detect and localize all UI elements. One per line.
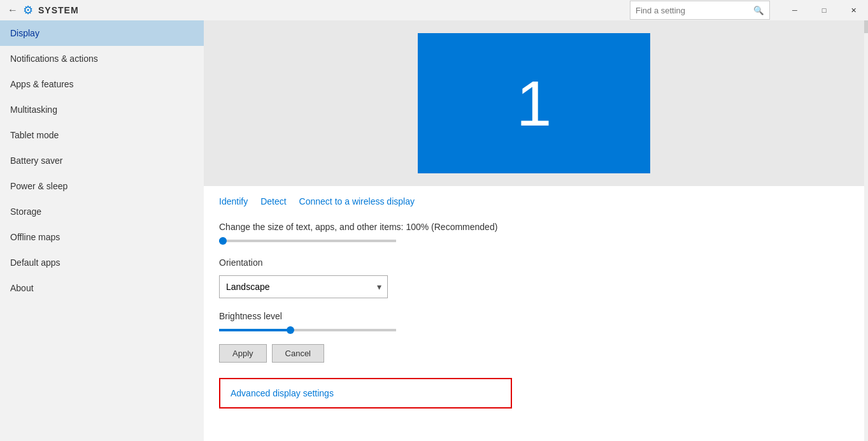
advanced-settings-box: Advanced display settings (219, 378, 512, 408)
brightness-track (219, 329, 396, 331)
window-controls: ─ □ ✕ (780, 0, 868, 20)
text-size-label: Change the size of text, apps, and other… (219, 222, 849, 232)
cancel-button[interactable]: Cancel (272, 344, 324, 363)
back-icon: ← (8, 4, 18, 16)
orientation-label: Orientation (219, 257, 849, 268)
sidebar-label-default: Default apps (10, 257, 60, 268)
sidebar-item-tablet[interactable]: Tablet mode (0, 122, 204, 148)
minimize-button[interactable]: ─ (780, 0, 809, 20)
sidebar-item-battery[interactable]: Battery saver (0, 148, 204, 173)
gear-icon: ⚙ (23, 3, 33, 17)
orientation-select-wrapper[interactable]: Landscape Portrait Landscape (flipped) P… (219, 275, 388, 298)
text-size-track (219, 240, 396, 242)
text-size-section: Change the size of text, apps, and other… (219, 222, 849, 242)
identify-link[interactable]: Identify (219, 196, 248, 206)
sidebar-label-display: Display (10, 28, 39, 38)
content-area: Display Notifications & actions Apps & f… (0, 20, 868, 441)
scrollbar-right[interactable] (864, 20, 868, 441)
sidebar-label-tablet: Tablet mode (10, 130, 59, 140)
brightness-label: Brightness level (219, 311, 849, 321)
sidebar-item-display[interactable]: Display (0, 20, 204, 46)
sidebar-label-multitasking: Multitasking (10, 105, 57, 115)
monitor-number: 1 (516, 67, 552, 140)
sidebar-label-apps: Apps & features (10, 79, 74, 89)
sidebar-item-offline[interactable]: Offline maps (0, 224, 204, 250)
sidebar-item-default[interactable]: Default apps (0, 250, 204, 275)
advanced-display-link[interactable]: Advanced display settings (231, 388, 334, 398)
brightness-fill (219, 329, 290, 331)
titlebar: ← ⚙ SYSTEM 🔍 ─ □ ✕ (0, 0, 868, 20)
text-size-thumb[interactable] (219, 237, 227, 245)
display-preview: 1 (204, 20, 864, 186)
scrollbar-thumb (864, 20, 868, 33)
sidebar-label-battery: Battery saver (10, 155, 62, 166)
sidebar-item-power[interactable]: Power & sleep (0, 173, 204, 199)
monitor-box: 1 (418, 33, 650, 173)
sidebar-item-notifications[interactable]: Notifications & actions (0, 46, 204, 71)
main-content: 1 Identify Detect Connect to a wireless … (204, 20, 864, 441)
apply-button[interactable]: Apply (219, 344, 267, 363)
sidebar-label-offline: Offline maps (10, 232, 60, 242)
system-header: ← ⚙ SYSTEM (0, 0, 87, 22)
sidebar-item-multitasking[interactable]: Multitasking (0, 97, 204, 122)
orientation-section: Orientation Landscape Portrait Landscape… (219, 257, 849, 298)
sidebar-item-storage[interactable]: Storage (0, 199, 204, 224)
search-box[interactable]: 🔍 (630, 1, 770, 20)
close-button[interactable]: ✕ (839, 0, 868, 20)
button-row: Apply Cancel (219, 344, 849, 363)
orientation-select[interactable]: Landscape Portrait Landscape (flipped) P… (219, 275, 388, 298)
link-row: Identify Detect Connect to a wireless di… (219, 196, 849, 206)
sidebar-item-about[interactable]: About (0, 275, 204, 301)
settings-section: Identify Detect Connect to a wireless di… (204, 186, 864, 419)
brightness-section: Brightness level (219, 311, 849, 331)
search-button[interactable]: 🔍 (748, 6, 769, 15)
back-button[interactable]: ← (8, 4, 18, 16)
system-title-label: SYSTEM (38, 5, 79, 15)
search-input[interactable] (630, 6, 748, 15)
app-window: ← ⚙ SYSTEM 🔍 ─ □ ✕ Display (0, 0, 868, 441)
detect-link[interactable]: Detect (260, 196, 286, 206)
sidebar-label-storage: Storage (10, 206, 41, 217)
search-icon: 🔍 (753, 6, 764, 15)
sidebar-label-notifications: Notifications & actions (10, 54, 98, 64)
brightness-thumb[interactable] (287, 326, 294, 334)
titlebar-left: ← ⚙ SYSTEM (0, 0, 87, 22)
connect-link[interactable]: Connect to a wireless display (299, 196, 415, 206)
sidebar-item-apps[interactable]: Apps & features (0, 71, 204, 97)
sidebar: Display Notifications & actions Apps & f… (0, 20, 204, 441)
maximize-button[interactable]: □ (809, 0, 839, 20)
sidebar-label-about: About (10, 283, 34, 293)
sidebar-label-power: Power & sleep (10, 181, 68, 191)
